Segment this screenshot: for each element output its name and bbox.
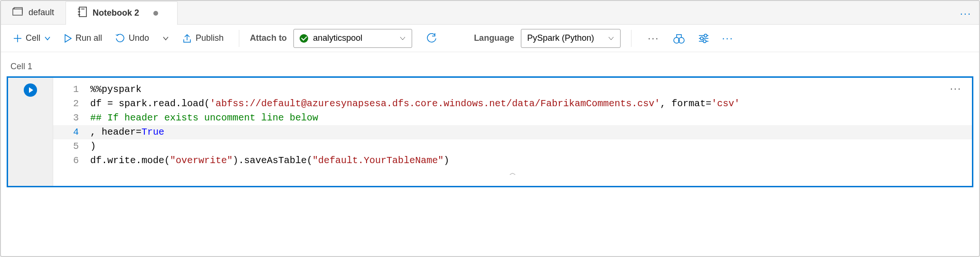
toolbar-divider xyxy=(631,30,631,47)
svg-point-17 xyxy=(703,40,706,43)
collapse-handle[interactable]: ︿ xyxy=(53,168,972,179)
tab-notebook-label: Notebook 2 xyxy=(93,8,139,18)
tab-default-label: default xyxy=(28,8,54,18)
chevron-down-icon xyxy=(608,36,614,41)
tab-default[interactable]: default xyxy=(1,1,66,24)
code-line: 5 ) xyxy=(53,139,972,154)
attach-to-dropdown[interactable]: analyticspool xyxy=(293,29,412,48)
code-line: 3 ## If header exists uncomment line bel… xyxy=(53,111,972,125)
notebook-icon xyxy=(77,7,87,19)
cell-title: Cell 1 xyxy=(10,62,973,72)
undo-label: Undo xyxy=(129,33,149,43)
cell-gutter xyxy=(8,78,53,186)
code-line: 1 %%pyspark xyxy=(53,83,972,97)
chevron-down-icon xyxy=(44,36,51,41)
svg-rect-1 xyxy=(79,7,86,17)
toolbar-more-button[interactable]: ··· xyxy=(642,32,665,45)
svg-point-13 xyxy=(704,34,707,37)
tab-strip: default Notebook 2 ··· xyxy=(1,1,979,25)
settings-button[interactable] xyxy=(693,31,714,46)
cell-more-button[interactable]: ··· xyxy=(950,83,961,95)
run-all-button[interactable]: Run all xyxy=(59,30,107,46)
svg-rect-0 xyxy=(13,9,22,15)
toolbar-overflow-button[interactable]: ··· xyxy=(718,32,737,45)
attach-to-label: Attach to xyxy=(250,33,287,43)
chevron-down-icon xyxy=(399,36,406,41)
notebook-body: Cell 1 ··· 1 %%pyspark 2 df = spark.read… xyxy=(1,52,979,193)
code-cell: ··· 1 %%pyspark 2 df = spark.read.load('… xyxy=(7,76,973,187)
svg-point-15 xyxy=(700,37,703,40)
toolbar: Cell Run all Undo Publish Attach to anal… xyxy=(1,25,979,52)
code-line: 2 df = spark.read.load('abfss://default@… xyxy=(53,97,972,111)
undo-button[interactable]: Undo xyxy=(111,30,154,46)
toolbar-divider xyxy=(239,30,239,47)
publish-label: Publish xyxy=(196,33,224,43)
publish-button[interactable]: Publish xyxy=(178,30,228,46)
attach-to-value: analyticspool xyxy=(313,33,362,43)
svg-marker-8 xyxy=(65,35,71,42)
code-line-current: 4 , header=True xyxy=(53,125,972,139)
tab-notebook[interactable]: Notebook 2 xyxy=(66,1,178,25)
run-cell-button[interactable] xyxy=(24,83,37,97)
language-label: Language xyxy=(474,33,514,43)
language-dropdown[interactable]: PySpark (Python) xyxy=(521,29,621,48)
add-cell-button[interactable]: Cell xyxy=(9,30,56,46)
chevron-down-icon xyxy=(162,36,169,41)
run-all-label: Run all xyxy=(75,33,102,43)
add-cell-label: Cell xyxy=(26,33,40,43)
variables-button[interactable] xyxy=(669,30,689,46)
code-editor[interactable]: ··· 1 %%pyspark 2 df = spark.read.load('… xyxy=(53,78,972,186)
refresh-button[interactable] xyxy=(422,30,442,46)
unsaved-indicator-icon xyxy=(153,11,158,16)
undo-dropdown-button[interactable] xyxy=(158,33,174,44)
code-line: 6 df.write.mode("overwrite").saveAsTable… xyxy=(53,154,972,168)
status-ok-icon xyxy=(300,34,308,43)
language-value: PySpark (Python) xyxy=(527,33,594,43)
tabs-overflow-button[interactable]: ··· xyxy=(960,8,971,20)
database-icon xyxy=(12,7,23,18)
